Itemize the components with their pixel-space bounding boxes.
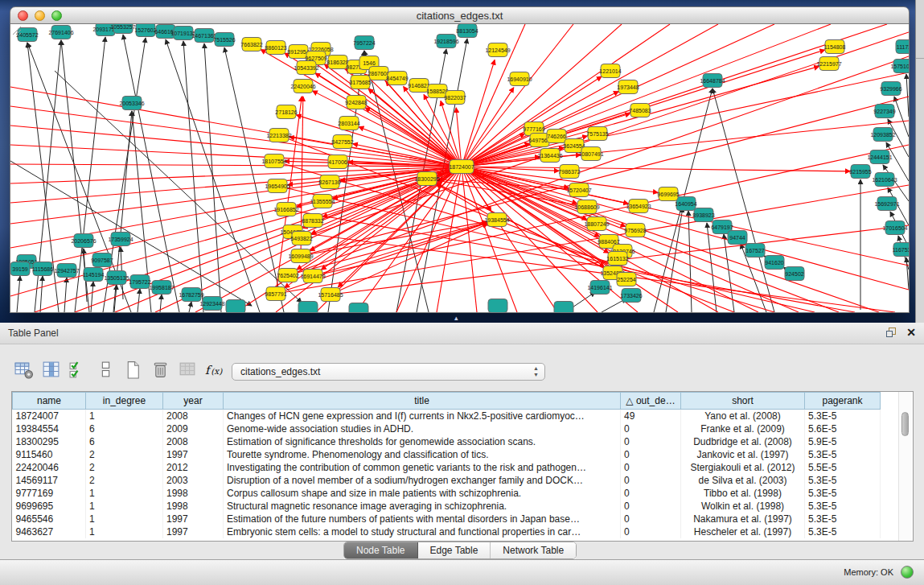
- graph-node[interactable]: [554, 302, 573, 313]
- network-canvas-svg[interactable]: 2405572276914062093171910553257152760264…: [10, 24, 909, 312]
- graph-node[interactable]: 12923448: [199, 297, 224, 311]
- window-close-button[interactable]: [18, 10, 28, 21]
- graph-node[interactable]: 5493822: [290, 232, 312, 245]
- graph-node[interactable]: 252254: [617, 273, 636, 286]
- graph-node[interactable]: 1154808: [824, 40, 846, 54]
- graph-node[interactable]: 9097587: [91, 253, 113, 267]
- graph-node[interactable]: 12444151: [867, 150, 892, 164]
- delete-column-button[interactable]: [150, 360, 171, 381]
- graph-node[interactable]: 13505135: [104, 271, 129, 285]
- column-header-out_de[interactable]: △ out_de…: [621, 393, 681, 410]
- graph-node[interactable]: 18300295: [414, 172, 439, 186]
- window-resize-grip-icon[interactable]: [10, 24, 22, 35]
- graph-node[interactable]: 9756928: [624, 224, 646, 237]
- graph-node[interactable]: 1527602: [134, 24, 156, 37]
- tab-edge-table[interactable]: Edge Table: [418, 542, 491, 558]
- graph-node[interactable]: 20206576: [71, 234, 96, 248]
- graph-node[interactable]: 1795722: [129, 275, 150, 289]
- graph-node[interactable]: 13654923: [626, 200, 651, 213]
- graph-node[interactable]: 8267130: [318, 175, 340, 189]
- column-header-year[interactable]: year: [163, 393, 224, 410]
- graph-node[interactable]: 15751074: [890, 60, 909, 73]
- select-rows-button[interactable]: [68, 360, 89, 381]
- graph-node[interactable]: 7986372: [558, 165, 580, 179]
- graph-node[interactable]: 27691406: [48, 26, 73, 39]
- graph-node[interactable]: 11355554: [310, 195, 335, 208]
- graph-node[interactable]: 12124549: [485, 43, 510, 57]
- graph-node[interactable]: 2803144: [338, 117, 359, 130]
- graph-node[interactable]: 17359924: [108, 233, 133, 246]
- graph-node[interactable]: 15720407: [566, 183, 591, 197]
- graph-node[interactable]: 19654905: [265, 179, 290, 193]
- graph-node[interactable]: 15716485: [318, 288, 343, 302]
- graph-node[interactable]: 1640954: [675, 197, 696, 211]
- graph-node[interactable]: 7575135: [586, 127, 608, 141]
- graph-node[interactable]: 9857791: [265, 287, 286, 301]
- graph-node[interactable]: 8427552: [331, 135, 353, 149]
- graph-node[interactable]: 924502: [785, 267, 804, 281]
- graph-node[interactable]: 1115686: [32, 262, 53, 276]
- graph-node[interactable]: 22420046: [290, 80, 315, 93]
- create-column-button[interactable]: [122, 360, 144, 381]
- graph-node[interactable]: 7485083: [629, 104, 651, 117]
- graph-node[interactable]: 16648784: [700, 74, 725, 88]
- graph-node[interactable]: 8813054: [456, 24, 478, 38]
- column-header-in_degree[interactable]: in_degree: [86, 393, 163, 410]
- table-scrollbar[interactable]: [898, 392, 911, 541]
- graph-node[interactable]: 17016504: [882, 221, 907, 235]
- table-row[interactable]: 1938455462009Genome-wide association stu…: [13, 422, 881, 435]
- graph-node[interactable]: 1221014: [599, 64, 621, 78]
- graph-node[interactable]: 7663822: [240, 38, 262, 51]
- graph-node[interactable]: 19218596: [433, 35, 458, 48]
- graph-node[interactable]: 941620: [765, 256, 784, 270]
- graph-node[interactable]: 14196141: [587, 281, 612, 295]
- graph-node[interactable]: 20053346: [119, 97, 144, 110]
- graph-node[interactable]: 15692971: [874, 197, 899, 211]
- graph-node[interactable]: 39159: [10, 262, 30, 276]
- graph-node[interactable]: 8860123: [265, 41, 286, 55]
- table-row[interactable]: 969969511998Structural magnetic resonanc…: [13, 500, 881, 513]
- table-row[interactable]: 1456911722003Disruption of a novel membe…: [13, 474, 881, 487]
- graph-node[interactable]: 19958187: [149, 281, 174, 295]
- graph-node[interactable]: 16914479: [300, 270, 325, 283]
- window-zoom-button[interactable]: [51, 10, 62, 21]
- window-minimize-button[interactable]: [35, 10, 45, 21]
- graph-node[interactable]: 1615132: [606, 252, 628, 266]
- table-row[interactable]: 1872400712008Changes of HCN gene express…: [13, 410, 881, 423]
- graph-node[interactable]: 21364436: [537, 149, 562, 163]
- graph-node[interactable]: 10688609: [574, 200, 599, 214]
- graph-node[interactable]: 10553257: [110, 24, 135, 34]
- graph-node[interactable]: [488, 299, 507, 313]
- graph-node[interactable]: 10807491: [578, 147, 603, 161]
- graph-node[interactable]: 9329966: [880, 82, 901, 96]
- graph-node[interactable]: [298, 302, 318, 313]
- table-row[interactable]: 911546021997Tourette syndrome. Phenomeno…: [13, 448, 881, 461]
- import-table-button[interactable]: [177, 360, 199, 381]
- column-header-title[interactable]: title: [224, 393, 621, 410]
- graph-node[interactable]: 16782759: [179, 288, 203, 302]
- graph-node[interactable]: 1145194: [83, 268, 105, 282]
- graph-node[interactable]: 167527: [745, 244, 765, 257]
- splitter-handle-icon[interactable]: ▴: [454, 314, 458, 322]
- tab-node-table[interactable]: Node Table: [344, 542, 418, 558]
- graph-node[interactable]: [226, 300, 245, 313]
- graph-node[interactable]: 8215955: [849, 165, 871, 179]
- float-window-icon[interactable]: [885, 327, 897, 338]
- graph-node[interactable]: 9227349: [873, 105, 895, 118]
- window-titlebar[interactable]: citations_edges.txt: [10, 6, 910, 24]
- graph-node[interactable]: 1167530: [893, 243, 909, 257]
- close-panel-icon[interactable]: ✕: [906, 327, 916, 338]
- graph-node[interactable]: 9699695: [657, 187, 679, 201]
- graph-node[interactable]: 1733426: [620, 289, 642, 303]
- graph-node[interactable]: 19384554: [484, 213, 509, 227]
- graph-node[interactable]: 19166852: [273, 203, 298, 216]
- graph-node[interactable]: 16940910: [507, 72, 532, 86]
- graph-node[interactable]: 8454749: [386, 72, 408, 85]
- graph-node[interactable]: 12215977: [816, 57, 841, 71]
- graph-node[interactable]: 12093852: [870, 128, 895, 142]
- graph-node[interactable]: 18724007: [449, 160, 474, 174]
- function-builder-button[interactable]: f(x): [204, 360, 226, 381]
- graph-node[interactable]: 7957224: [353, 36, 375, 50]
- network-table-selector[interactable]: citations_edges.txt ▲▼: [232, 363, 545, 381]
- graph-node[interactable]: 16099489: [288, 249, 313, 263]
